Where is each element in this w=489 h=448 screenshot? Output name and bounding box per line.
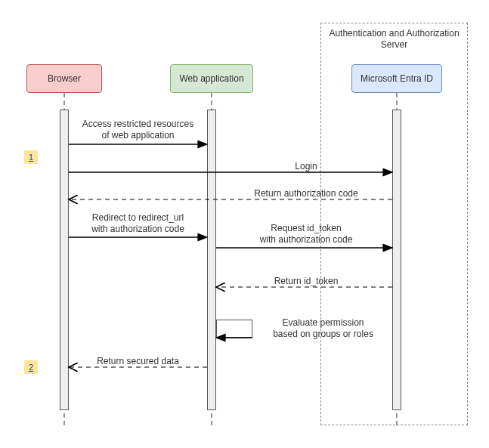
msg-return-secured-data: Return secured data <box>72 356 204 367</box>
msg-redirect: Redirect to redirect_url with authorizat… <box>72 212 204 235</box>
msg-evaluate-permission: Evaluate permission based on groups or r… <box>261 317 385 340</box>
msg-return-auth-code: Return authorization code <box>227 188 385 199</box>
msg-access-resources: Access restricted resources of web appli… <box>72 119 204 141</box>
msg-request-id-token: Request id_token with authorization code <box>227 223 385 246</box>
msg-login: Login <box>227 161 385 172</box>
msg-return-id-token: Return id_token <box>227 276 385 287</box>
sequence-diagram: Authentication and Authorization Server … <box>0 0 489 448</box>
